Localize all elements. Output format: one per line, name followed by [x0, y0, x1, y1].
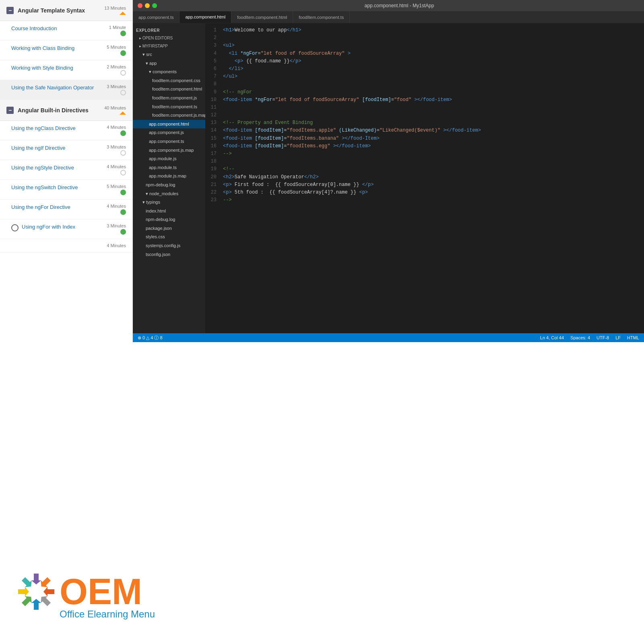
lesson-time-ngif: 3 Minutes — [107, 144, 126, 149]
tab-fooditem-component-html[interactable]: foodItem.component.html — [231, 11, 293, 23]
code-line-16: <food-item [foodItem]="foodItems.egg" ><… — [223, 142, 644, 150]
code-line-20: <h2>Safe Navigation Operator</h2> — [223, 173, 644, 181]
svg-marker-1 — [38, 576, 52, 590]
tree-item-npm-debug[interactable]: npm-debug.log — [133, 181, 205, 190]
playing-dot-icon — [11, 224, 19, 231]
tree-item-myfirstapp[interactable]: ▸ MYFIRSTAPP — [133, 42, 205, 50]
lesson-item-ngfor-index[interactable]: Using ngFor with Index 3 Minutes — [0, 219, 132, 239]
tab-app-component-html[interactable]: app.component.html — [180, 11, 231, 23]
lesson-item-ngclass[interactable]: Using the ngClass Directive 4 Minutes — [0, 121, 132, 140]
tree-item-npm-debug-root[interactable]: npm-debug.log — [133, 215, 205, 224]
tree-item-node-modules[interactable]: ▾ node_modules — [133, 190, 205, 198]
lesson-time-course-intro: 1 Minute — [109, 25, 126, 30]
tree-item-fooditem-html[interactable]: foodItem.component.html — [133, 85, 205, 94]
svg-marker-0 — [31, 574, 41, 584]
code-editor-content[interactable]: 12345 678910 1112131415 1617181920 21222… — [205, 23, 644, 333]
section-header-template-syntax[interactable]: Angular Template Syntax 13 Minutes — [0, 0, 132, 21]
lesson-item-ngif[interactable]: Using the ngIf Directive 3 Minutes — [0, 140, 132, 160]
code-editor-area: app.component.html - My1stApp app.compon… — [133, 0, 644, 342]
lesson-title-class-binding: Working with Class Binding — [11, 45, 102, 52]
traffic-light-red[interactable] — [138, 3, 142, 8]
statusbar-encoding: UTF-8 — [597, 335, 609, 340]
lesson-time-ngswitch: 5 Minutes — [107, 184, 126, 189]
lesson-item-ngswitch[interactable]: Using the ngSwitch Directive 5 Minutes — [0, 180, 132, 200]
tree-item-app-component-html[interactable]: app.component.html — [133, 120, 205, 129]
code-line-1: <h1>Welcome to our app</h1> — [223, 27, 644, 34]
svg-marker-2 — [43, 587, 54, 597]
section-duration-template: 13 Minutes — [104, 6, 126, 10]
lesson-status-dot-ngstyle — [120, 170, 126, 175]
tree-item-app[interactable]: ▾ app — [133, 59, 205, 68]
tree-item-fooditem-js[interactable]: foodItem.component.js — [133, 94, 205, 103]
section-collapse-icon — [6, 7, 14, 14]
tree-item-app-module-js[interactable]: app.module.js — [133, 155, 205, 163]
tab-fooditem-component-ts[interactable]: foodItem.component.ts — [293, 11, 350, 23]
oem-subtitle-text: Office Elearning Menu — [60, 609, 155, 620]
lesson-status-dot-ngclass — [120, 130, 126, 136]
tree-item-open-editors[interactable]: ▸ OPEN EDITORS — [133, 34, 205, 42]
svg-marker-3 — [38, 593, 52, 608]
code-line-2 — [223, 34, 644, 42]
editor-tabs-bar: app.component.ts app.component.html food… — [133, 11, 644, 23]
tree-item-src[interactable]: ▾ src — [133, 50, 205, 59]
lesson-status-dot-ngfor — [120, 209, 126, 215]
code-line-4: <li *ngFor="let food of foodSourceArray"… — [223, 50, 644, 58]
lesson-item-ngstyle[interactable]: Using the ngStyle Directive 4 Minutes — [0, 160, 132, 180]
lesson-time-safe-nav: 3 Minutes — [107, 84, 126, 89]
tree-item-systemjs[interactable]: systemjs.config.js — [133, 242, 205, 250]
lesson-item-class-binding[interactable]: Working with Class Binding 5 Minutes — [0, 41, 132, 60]
code-line-17: --> — [223, 150, 644, 158]
tree-item-components[interactable]: ▾ components — [133, 68, 205, 76]
section-header-builtin-directives[interactable]: Angular Built-in Directives 40 Minutes — [0, 100, 132, 121]
oem-logo-icon — [16, 572, 56, 612]
tree-item-app-component-ts[interactable]: app.component.ts — [133, 137, 205, 146]
svg-marker-5 — [20, 593, 35, 608]
svg-marker-4 — [31, 599, 41, 610]
code-line-11 — [223, 104, 644, 111]
tree-item-tsconfig[interactable]: tsconfig.json — [133, 250, 205, 259]
code-line-12 — [223, 111, 644, 119]
lesson-title-ngfor: Using the ngFor Directive — [11, 204, 102, 211]
tree-item-app-component-js[interactable]: app.component.js — [133, 128, 205, 137]
tree-item-typings[interactable]: ▾ typings — [133, 198, 205, 207]
course-sidebar: Angular Template Syntax 13 Minutes Cours… — [0, 0, 133, 342]
lesson-title-ngif: Using the ngIf Directive — [11, 144, 102, 152]
lesson-time-style-binding: 2 Minutes — [107, 64, 126, 69]
lesson-status-dot-ngfor-index — [120, 229, 126, 235]
tree-item-styles-css[interactable]: styles.css — [133, 233, 205, 242]
code-line-22: <p> 5th food : {{ foodSourceArray[4]?.na… — [223, 189, 644, 196]
lesson-item-style-binding[interactable]: Working with Style Binding 2 Minutes — [0, 60, 132, 80]
code-line-8 — [223, 80, 644, 88]
section-title-directives: Angular Built-in Directives — [18, 107, 104, 114]
code-line-3: <ul> — [223, 42, 644, 50]
file-tree: EXPLORER ▸ OPEN EDITORS ▸ MYFIRSTAPP ▾ s… — [133, 23, 205, 333]
lesson-status-dot-intro — [120, 31, 126, 36]
lesson-time-ngclass: 4 Minutes — [107, 125, 126, 130]
lesson-item-ngfor[interactable]: Using the ngFor Directive 4 Minutes — [0, 200, 132, 219]
code-line-19: <!-- — [223, 165, 644, 173]
traffic-light-green[interactable] — [152, 3, 157, 8]
lesson-status-dot-style — [120, 70, 126, 76]
tab-app-component-ts[interactable]: app.component.ts — [133, 11, 180, 23]
lesson-time-ngstyle: 4 Minutes — [107, 164, 126, 169]
code-line-23: --> — [223, 196, 644, 204]
tree-item-package-json[interactable]: package.json — [133, 224, 205, 233]
lesson-item-course-intro[interactable]: Course Introduction 1 Minute — [0, 21, 132, 41]
traffic-light-yellow[interactable] — [145, 3, 150, 8]
section-duration-directives: 40 Minutes — [104, 105, 126, 110]
lesson-item-safe-nav[interactable]: Using the Safe Navigation Operator 3 Min… — [0, 80, 132, 100]
tree-item-fooditem-ts[interactable]: foodItem.component.ts — [133, 103, 205, 111]
tree-item-fooditem-jsmap[interactable]: foodItem.component.js.map — [133, 111, 205, 120]
tree-item-app-component-jsmap[interactable]: app.component.js.map — [133, 146, 205, 155]
lesson-title-ngfor-index: Using ngFor with Index — [22, 223, 102, 231]
editor-titlebar: app.component.html - My1stApp — [133, 0, 644, 11]
lesson-item-next[interactable]: 4 Minutes — [0, 239, 132, 252]
lesson-title-ngstyle: Using the ngStyle Directive — [11, 164, 102, 171]
code-line-5: <p> {{ food.name }}</p> — [223, 58, 644, 65]
tree-item-app-module-ts[interactable]: app.module.ts — [133, 163, 205, 172]
code-line-13: <!-- Property and Event Binding — [223, 119, 644, 127]
tree-item-index-html[interactable]: index.html — [133, 207, 205, 216]
lesson-status-dot-class — [120, 50, 126, 56]
tree-item-app-module-jsmap[interactable]: app.module.js.map — [133, 172, 205, 181]
tree-item-fooditem-css[interactable]: foodItem.component.css — [133, 76, 205, 85]
